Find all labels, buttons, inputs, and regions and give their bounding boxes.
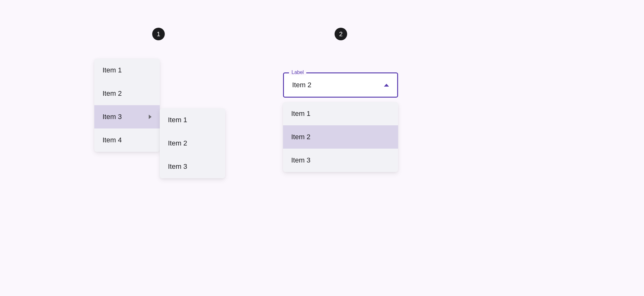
select-dropdown-example: Label Item 2 Item 1 Item 2 Item 3 bbox=[283, 72, 398, 172]
dropdown-option-label: Item 2 bbox=[291, 133, 310, 141]
submenu-item-label: Item 3 bbox=[168, 162, 187, 171]
dropdown-option-2[interactable]: Item 2 bbox=[283, 125, 398, 149]
select-input[interactable]: Label Item 2 bbox=[283, 72, 398, 98]
menu-item-2[interactable]: Item 2 bbox=[94, 82, 160, 105]
menu-item-label: Item 1 bbox=[103, 66, 122, 74]
menu-item-4[interactable]: Item 4 bbox=[94, 128, 160, 152]
cascading-menu-example: Item 1 Item 2 Item 3 Item 4 Item 1 Item … bbox=[94, 59, 160, 152]
menu-item-1[interactable]: Item 1 bbox=[94, 59, 160, 82]
example-badge-2: 2 bbox=[335, 28, 347, 40]
example-badge-1: 1 bbox=[152, 28, 165, 40]
badge-number: 1 bbox=[157, 31, 160, 38]
badge-number: 2 bbox=[339, 31, 342, 38]
submenu-item-label: Item 2 bbox=[168, 139, 187, 147]
menu-item-3[interactable]: Item 3 bbox=[94, 105, 160, 128]
submenu-item-label: Item 1 bbox=[168, 116, 187, 124]
submenu-item-2[interactable]: Item 2 bbox=[160, 132, 225, 155]
select-value: Item 2 bbox=[292, 81, 311, 89]
caret-up-icon bbox=[384, 84, 389, 87]
menu-item-label: Item 4 bbox=[103, 136, 122, 144]
select-dropdown-list: Item 1 Item 2 Item 3 bbox=[283, 102, 398, 172]
menu-item-label: Item 3 bbox=[103, 113, 122, 121]
select-field-label: Label bbox=[289, 70, 306, 75]
main-menu: Item 1 Item 2 Item 3 Item 4 bbox=[94, 59, 160, 152]
menu-item-label: Item 2 bbox=[103, 89, 122, 98]
submenu-item-1[interactable]: Item 1 bbox=[160, 108, 225, 132]
dropdown-option-label: Item 3 bbox=[291, 156, 310, 164]
dropdown-option-label: Item 1 bbox=[291, 110, 310, 117]
submenu: Item 1 Item 2 Item 3 bbox=[160, 108, 225, 178]
caret-right-icon bbox=[149, 115, 152, 119]
dropdown-option-3[interactable]: Item 3 bbox=[283, 149, 398, 172]
dropdown-option-1[interactable]: Item 1 bbox=[283, 102, 398, 125]
submenu-item-3[interactable]: Item 3 bbox=[160, 155, 225, 178]
